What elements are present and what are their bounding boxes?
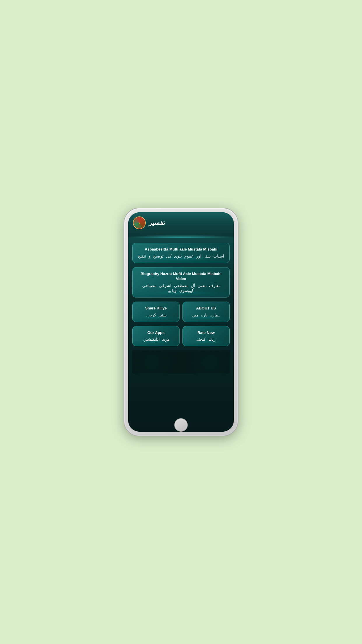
- btn4-en-label: ABOUT US: [196, 306, 216, 311]
- app-title: تفسیر: [149, 219, 165, 227]
- btn6-ur-label: ریٹ کیجئے: [196, 337, 215, 342]
- btn3-ur-label: شئیر کریں۔: [145, 313, 167, 318]
- btn-biography[interactable]: Biography Hazrat Mufti Aale Mustafa Misb…: [132, 267, 230, 298]
- btn-asbaabesitta[interactable]: Asbaabesitta Mufti aale Mustafa Misbahi …: [132, 243, 230, 263]
- btn2-en-label: Biography Hazrat Mufti Aale Mustafa Misb…: [137, 272, 225, 281]
- btn-row-share-about: Share Kijiye شئیر کریں۔ ABOUT US ہمارے ب…: [132, 302, 230, 322]
- app-screen: ★ تفسیر Asbaabesitta Mufti aale Mustafa …: [128, 212, 234, 432]
- phone-home-button[interactable]: [174, 418, 188, 432]
- app-header: ★ تفسیر: [128, 212, 234, 238]
- bottom-decorative-area: [132, 350, 230, 374]
- btn-row-apps-rate: Our Apps مزید اپلیکیشنز۔ Rate Now ریٹ کی…: [132, 326, 230, 346]
- main-content: Asbaabesitta Mufti aale Mustafa Misbahi …: [128, 238, 234, 432]
- btn5-en-label: Our Apps: [147, 330, 165, 335]
- btn3-en-label: Share Kijiye: [145, 306, 167, 311]
- btn2-ur-label: تعارف مفتی آل مصطفی اشرفی مصباحی گھوسوی …: [137, 283, 225, 293]
- btn-about-us[interactable]: ABOUT US ہمارے بارے میں: [182, 302, 230, 322]
- app-logo-icon: ★: [133, 216, 146, 229]
- btn5-ur-label: مزید اپلیکیشنز۔: [142, 337, 170, 342]
- btn6-en-label: Rate Now: [197, 330, 215, 335]
- btn4-ur-label: ہمارے بارے میں: [192, 313, 220, 318]
- btn-our-apps[interactable]: Our Apps مزید اپلیکیشنز۔: [132, 326, 180, 346]
- btn1-en-label: Asbaabesitta Mufti aale Mustafa Misbahi: [145, 247, 217, 252]
- logo-inner: ★: [134, 217, 145, 228]
- btn-share[interactable]: Share Kijiye شئیر کریں۔: [132, 302, 180, 322]
- phone-frame: ★ تفسیر Asbaabesitta Mufti aale Mustafa …: [124, 208, 238, 436]
- btn-rate-now[interactable]: Rate Now ریٹ کیجئے: [182, 326, 230, 346]
- btn1-ur-label: اسباب ستہ اور عموم بلوی کی توضیح و تنقیح: [138, 254, 224, 259]
